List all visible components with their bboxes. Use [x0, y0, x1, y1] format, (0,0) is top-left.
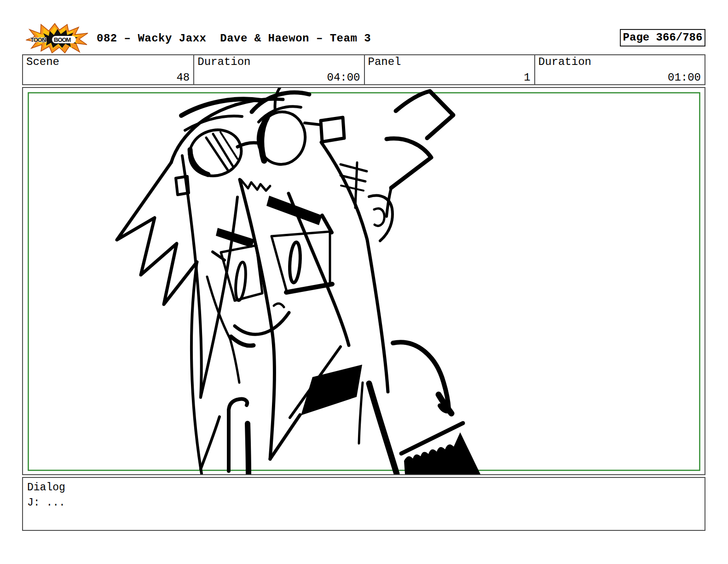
document-title: 082 – Wacky Jaxx Dave & Haewon – Team 3 [97, 32, 371, 45]
panel-duration-value: 01:00 [668, 71, 701, 84]
dialog-text: J: ... [27, 495, 700, 511]
logo-text-toon: TOON [30, 36, 46, 43]
camera-frame [29, 93, 700, 471]
info-cell-panel-duration: Duration 01:00 [534, 55, 705, 84]
info-cell-scene: Scene 48 [23, 55, 193, 84]
panel-value: 1 [524, 71, 530, 84]
info-cell-scene-duration: Duration 04:00 [193, 55, 364, 84]
panel-sketch [23, 88, 705, 474]
scene-duration-value: 04:00 [327, 71, 360, 84]
scene-duration-label: Duration [197, 56, 250, 68]
page-number-label: Page 366/786 [623, 31, 703, 44]
info-cell-panel: Panel 1 [364, 55, 534, 84]
logo-text-boom: BOOM [54, 36, 71, 43]
page-number-box: Page 366/786 [620, 29, 705, 47]
dialog-box: Dialog J: ... [22, 477, 705, 531]
info-row: Scene 48 Duration 04:00 Panel 1 Duration… [22, 54, 705, 85]
panel-duration-label: Duration [538, 56, 591, 68]
toon-boom-logo: TOON BOOM [26, 23, 89, 53]
panel-label: Panel [368, 56, 401, 68]
character-sketch [117, 88, 480, 474]
storyboard-panel [22, 87, 705, 475]
dialog-label: Dialog [27, 480, 700, 495]
scene-label: Scene [26, 56, 59, 68]
scene-value: 48 [176, 71, 190, 84]
